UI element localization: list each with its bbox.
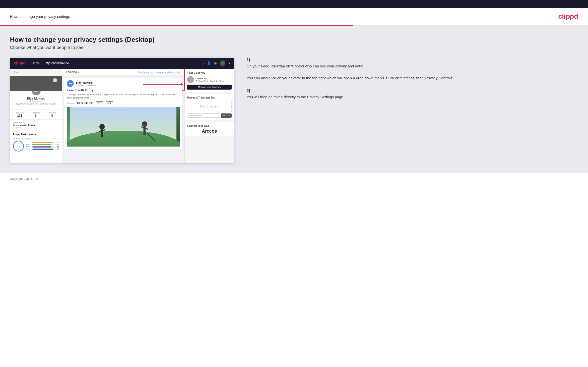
duration-label: Duration	[67, 102, 74, 104]
page-heading: How to change your privacy settings (Des…	[10, 36, 578, 44]
red-arrow-head	[181, 83, 183, 86]
latest-activity: Latest Activity Lesson with Fordy 03 Aug…	[10, 120, 62, 131]
header-title: How to change your privacy settings	[10, 14, 70, 19]
instruction-2-text: You will then be taken directly to the P…	[247, 94, 578, 100]
feed-tab[interactable]: Feed	[10, 69, 62, 76]
ott-tag[interactable]: OTT	[96, 101, 103, 105]
post-body: Looking to feel like my hands are exitin…	[67, 93, 180, 99]
top-bar	[0, 0, 588, 8]
bar-ott: OTT 90	[26, 142, 59, 143]
stat-activities-value: 131	[16, 114, 24, 117]
quality-score: 92	[13, 141, 24, 152]
add-link-button[interactable]: Add Link	[221, 113, 232, 118]
coach-info: David Ford 📍 Royal North Devon Golf Club	[196, 77, 224, 82]
profile-name: Blair McHarg	[27, 97, 45, 100]
stat-followers: Followers 3	[31, 112, 40, 117]
instruction-1-text: On your Feed, click/tap on 'Control who …	[247, 63, 578, 81]
stat-followers-value: 3	[31, 114, 40, 117]
location-icon: 📍	[196, 80, 198, 82]
footer-copyright: Copyright Clippd 2022	[10, 177, 40, 181]
search-icon[interactable]: ⌕	[202, 61, 204, 65]
coaches-section: Your Coaches David Ford 📍 Royal North De…	[185, 69, 234, 92]
post-author-name: Blair McHarg	[76, 81, 97, 84]
user-icon[interactable]: 👤	[207, 61, 211, 65]
following-button[interactable]: Following ▾	[66, 71, 79, 73]
app-body-wrapper: Feed BM Blair McHarg Plus Handicap Royal…	[10, 69, 234, 163]
instructions-panel: 1) On your Feed, click/tap on 'Control w…	[244, 58, 578, 107]
arccos-brand: Arccos	[187, 129, 232, 134]
trackman-input-row: Add Link	[187, 113, 232, 118]
latest-activity-name: Lesson with Fordy	[13, 124, 59, 127]
right-sidebar: Your Coaches David Ford 📍 Royal North De…	[184, 69, 234, 163]
golf-ball-decoration	[53, 78, 57, 82]
app-tag[interactable]: APP	[106, 101, 113, 105]
nav-my-performance[interactable]: My Performance	[46, 61, 69, 65]
nav-home[interactable]: Home	[32, 61, 40, 65]
stat-following: Following 4	[48, 112, 56, 117]
compass-icon[interactable]: ⊕	[214, 61, 217, 65]
manage-coaches-button[interactable]: Manage Your Coaches	[187, 85, 232, 90]
footer: Copyright Clippd 2022	[0, 173, 588, 185]
quality-wrap: 92 OTT 90 APP	[13, 141, 59, 152]
instruction-2-number: 2)	[247, 89, 578, 93]
app-logo: clippd	[14, 61, 26, 65]
trackman-section: Upload a Trackman Test Trackman Link Add…	[185, 94, 234, 120]
svg-point-5	[142, 121, 147, 127]
profile-club: Royal North Devon Golf Club, United King…	[15, 103, 57, 105]
app-nav: clippd Home My Performance ⌕ 👤 ⊕ B ▾	[10, 58, 234, 69]
trackman-input[interactable]	[187, 113, 220, 118]
instruction-1-number: 1)	[247, 58, 578, 62]
red-arrow-line	[143, 84, 182, 85]
chevron-icon: ▾	[78, 71, 79, 73]
avatar-button[interactable]: B	[220, 60, 225, 66]
coach-club: 📍 Royal North Devon Golf Club	[196, 80, 224, 82]
page-subheading: Choose what you want people to see	[10, 45, 578, 50]
bar-arg: ARG 86	[26, 146, 59, 148]
coaches-title: Your Coaches	[187, 71, 232, 74]
performance-title: Player Performance	[13, 133, 59, 136]
post-image	[67, 107, 180, 147]
instruction-1: 1) On your Feed, click/tap on 'Control w…	[247, 58, 578, 81]
coach-avatar	[187, 76, 194, 83]
stat-following-value: 4	[48, 114, 56, 117]
info-icon: ℹ	[31, 137, 32, 140]
trackman-placeholder: Trackman Link	[187, 101, 232, 112]
header: How to change your privacy settings clip…	[0, 8, 588, 25]
profile-stats: Activities 131 Followers 3 Following 4	[10, 109, 62, 120]
privacy-link[interactable]: Control who can see your activity and da…	[138, 71, 180, 73]
coach-name: David Ford	[196, 77, 224, 80]
stat-activities: Activities 131	[16, 112, 24, 117]
clippd-logo: clippd	[558, 12, 578, 20]
bar-app: APP 85	[26, 144, 59, 146]
stat-activities-label: Activities	[16, 112, 24, 114]
trackman-title: Upload a Trackman Test	[187, 96, 232, 99]
latest-activity-label: Latest Activity	[13, 122, 59, 124]
post-author-info: Blair McHarg Yesterday · Sunningdale	[76, 81, 97, 86]
profile-banner	[10, 76, 62, 91]
connect-section: Connect your data Arccos	[185, 122, 234, 136]
connect-title: Connect your data	[187, 124, 232, 127]
post-card: BM Blair McHarg Yesterday · Sunningdale …	[64, 78, 182, 149]
main-content: How to change your privacy settings (Des…	[0, 26, 588, 173]
instruction-2: 2) You will then be taken directly to th…	[247, 89, 578, 100]
quality-label: Total Player Quality ℹ	[13, 137, 59, 140]
stat-followers-label: Followers	[31, 112, 40, 114]
app-body: Feed BM Blair McHarg Plus Handicap Royal…	[10, 69, 234, 163]
golf-scene-svg	[67, 107, 180, 147]
content-layout: clippd Home My Performance ⌕ 👤 ⊕ B ▾	[10, 58, 578, 163]
bar-putt: PUTT 96	[26, 148, 59, 150]
red-bracket-bottom	[182, 90, 185, 91]
duration-value: 01 hr : 30 min	[77, 102, 93, 105]
red-bracket-line	[184, 69, 185, 91]
profile-handicap: Plus Handicap	[29, 100, 43, 103]
center-feed: Following ▾ Control who can see your act…	[62, 69, 184, 163]
post-title: Lesson with Fordy	[67, 89, 180, 92]
red-bracket-top	[182, 69, 185, 69]
post-avatar: BM	[67, 80, 74, 87]
quality-bars: OTT 90 APP 85	[26, 142, 59, 151]
user-sidebar: Feed BM Blair McHarg Plus Handicap Royal…	[10, 69, 62, 163]
latest-activity-date: 03 Aug 2022	[13, 127, 59, 129]
post-duration: Duration 01 hr : 30 min OTT APP	[67, 101, 180, 105]
chevron-down-icon[interactable]: ▾	[228, 61, 230, 65]
post-header: BM Blair McHarg Yesterday · Sunningdale	[67, 80, 180, 87]
